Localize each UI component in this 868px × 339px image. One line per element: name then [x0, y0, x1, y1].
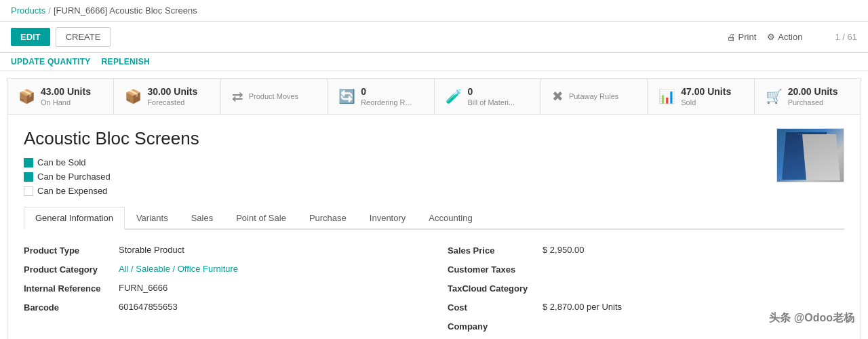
product-image: [776, 128, 844, 182]
stat-reordering-label: Reordering R...: [361, 98, 412, 107]
toolbar-actions: 🖨 Print ⚙ Action: [727, 32, 803, 42]
stat-on-hand-icon: 📦: [18, 88, 35, 104]
stat-forecasted-number: 30.00 Units: [147, 85, 197, 98]
product-area: Acoustic Bloc Screens Can be Sold Can be…: [7, 115, 861, 339]
gear-icon: ⚙: [767, 32, 775, 42]
right-field-value-0: $ 2,950.00: [542, 245, 584, 255]
breadcrumb-current: [FURN_6666] Acoustic Bloc Screens: [54, 5, 197, 16]
stat-purchased-label: Purchased: [788, 98, 838, 107]
field-label-2: Internal Reference: [24, 283, 119, 294]
stat-on-hand[interactable]: 📦 43.00 Units On Hand: [7, 79, 114, 114]
stat-sold-number: 47.00 Units: [681, 85, 731, 98]
stat-purchased-icon: 🛒: [766, 88, 783, 104]
stat-forecasted-icon: 📦: [125, 88, 142, 104]
form-section: Product Type Storable Product Product Ca…: [24, 230, 844, 339]
edit-button[interactable]: EDIT: [11, 28, 50, 46]
stats-row: 📦 43.00 Units On Hand 📦 30.00 Units Fore…: [7, 78, 861, 115]
tabs: General InformationVariantsSalesPoint of…: [24, 207, 844, 230]
field-value-3: 601647855653: [119, 302, 178, 312]
field-value-1[interactable]: All / Saleable / Office Furniture: [119, 264, 238, 274]
stat-bom-number: 0: [468, 85, 515, 98]
stat-sold[interactable]: 📊 47.00 Units Sold: [648, 79, 754, 114]
print-icon: 🖨: [727, 32, 736, 42]
print-button[interactable]: 🖨 Print: [727, 32, 757, 42]
right-field-label-2: TaxCloud Category: [448, 283, 542, 294]
stat-forecasted[interactable]: 📦 30.00 Units Forecasted: [114, 79, 220, 114]
tab-purchase[interactable]: Purchase: [298, 207, 358, 230]
stat-reordering[interactable]: 🔄 0 Reordering R...: [328, 79, 434, 114]
tab-pos[interactable]: Point of Sale: [224, 207, 298, 230]
toolbar: EDIT CREATE 🖨 Print ⚙ Action 1 / 61: [0, 22, 868, 53]
product-left: Acoustic Bloc Screens Can be Sold Can be…: [24, 128, 199, 196]
field-row-left-0: Product Type Storable Product: [24, 241, 420, 260]
product-title: Acoustic Bloc Screens: [24, 128, 199, 149]
stat-bom-label: Bill of Materi...: [468, 98, 515, 107]
stat-on-hand-number: 43.00 Units: [41, 85, 91, 98]
tab-sales[interactable]: Sales: [180, 207, 225, 230]
stat-sold-label: Sold: [681, 98, 731, 107]
stat-putaway-label: Putaway Rules: [569, 92, 618, 101]
stat-product-moves[interactable]: ⇄ Product Moves: [221, 79, 328, 114]
breadcrumb-parent[interactable]: Products: [11, 5, 45, 16]
can-be-expensed-checkbox[interactable]: Can be Expensed: [24, 186, 199, 196]
breadcrumb: Products / [FURN_6666] Acoustic Bloc Scr…: [0, 0, 868, 22]
stat-bom[interactable]: 🧪 0 Bill of Materi...: [435, 79, 541, 114]
watermark: 头条 @Odoo老杨: [769, 311, 854, 325]
tab-general[interactable]: General Information: [24, 207, 125, 230]
create-button[interactable]: CREATE: [56, 27, 111, 47]
print-label: Print: [738, 32, 757, 42]
purchased-checkbox-label: Can be Purchased: [37, 172, 111, 182]
action-label: Action: [778, 32, 802, 42]
tab-accounting[interactable]: Accounting: [417, 207, 484, 230]
stat-purchased[interactable]: 🛒 20.00 Units Purchased: [755, 79, 861, 114]
replenish-button[interactable]: REPLENISH: [102, 57, 150, 66]
field-label-1: Product Category: [24, 264, 119, 275]
expensed-checkbox-label: Can be Expensed: [37, 186, 107, 196]
tab-inventory[interactable]: Inventory: [358, 207, 417, 230]
stat-sold-icon: 📊: [658, 88, 675, 104]
field-row-right-1: Customer Taxes: [448, 260, 844, 279]
stat-product-moves-label: Product Moves: [249, 92, 298, 101]
breadcrumb-separator: /: [48, 5, 51, 16]
action-button[interactable]: ⚙ Action: [767, 32, 802, 42]
stat-product-moves-icon: ⇄: [232, 88, 243, 104]
right-field-label-0: Sales Price: [448, 245, 542, 256]
field-value-0: Storable Product: [119, 245, 184, 255]
right-field-label-1: Customer Taxes: [448, 264, 542, 275]
stat-reordering-number: 0: [361, 85, 412, 98]
field-row-right-2: TaxCloud Category: [448, 279, 844, 298]
field-row-right-0: Sales Price $ 2,950.00: [448, 241, 844, 260]
field-row-left-1: Product Category All / Saleable / Office…: [24, 260, 420, 279]
right-field-label-4: Company: [448, 321, 542, 332]
stat-putaway[interactable]: ✖ Putaway Rules: [541, 79, 648, 114]
update-quantity-button[interactable]: UPDATE QUANTITY: [11, 57, 91, 66]
field-label-3: Barcode: [24, 302, 119, 313]
record-navigation: 1 / 61: [835, 32, 857, 42]
right-field-label-3: Cost: [448, 302, 542, 313]
product-checkboxes: Can be Sold Can be Purchased Can be Expe…: [24, 157, 199, 196]
expensed-checkbox-icon: [24, 186, 33, 196]
sold-checkbox-icon: [24, 158, 33, 167]
product-header: Acoustic Bloc Screens Can be Sold Can be…: [24, 128, 844, 196]
right-field-value-3: $ 2,870.00 per Units: [542, 302, 622, 312]
action-bar: UPDATE QUANTITY REPLENISH: [0, 53, 868, 71]
field-label-0: Product Type: [24, 245, 119, 256]
stat-on-hand-label: On Hand: [41, 98, 91, 107]
field-row-left-3: Barcode 601647855653: [24, 298, 420, 317]
stat-purchased-number: 20.00 Units: [788, 85, 838, 98]
purchased-checkbox-icon: [24, 172, 33, 182]
tab-variants[interactable]: Variants: [125, 207, 180, 230]
sold-checkbox-label: Can be Sold: [37, 157, 86, 167]
stat-forecasted-label: Forecasted: [147, 98, 197, 107]
stat-bom-icon: 🧪: [446, 88, 462, 104]
can-be-sold-checkbox[interactable]: Can be Sold: [24, 157, 199, 167]
field-row-left-2: Internal Reference FURN_6666: [24, 279, 420, 298]
stat-reordering-icon: 🔄: [338, 88, 355, 104]
can-be-purchased-checkbox[interactable]: Can be Purchased: [24, 172, 199, 182]
field-value-2: FURN_6666: [119, 283, 167, 293]
form-left-column: Product Type Storable Product Product Ca…: [24, 241, 420, 336]
stat-putaway-icon: ✖: [552, 88, 564, 104]
